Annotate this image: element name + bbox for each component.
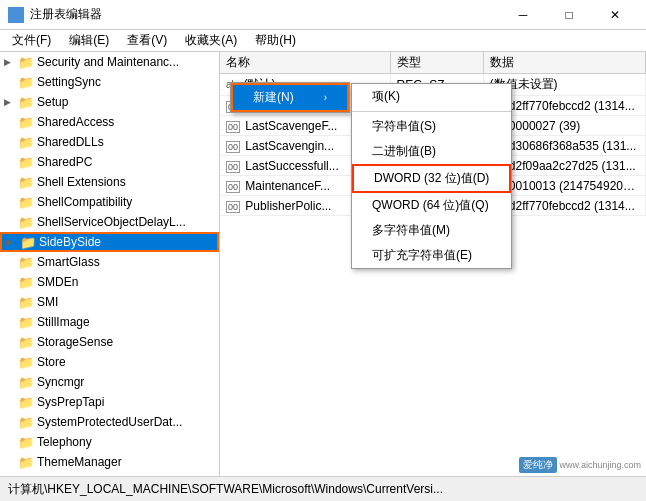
tree-label: SMDEn [37,275,78,289]
type-icon-dw: 00 [226,121,240,133]
tree-item-smden[interactable]: 📁 SMDEn [0,272,219,292]
folder-icon: 📁 [18,115,34,129]
new-label: 新建(N) [253,89,294,106]
submenu-item-dword[interactable]: DWORD (32 位)值(D) [352,164,511,193]
submenu-item-binary[interactable]: 二进制值(B) [352,139,511,164]
window-title: 注册表编辑器 [30,6,500,23]
folder-icon: 📁 [18,195,34,209]
col-header-type: 类型 [390,52,483,74]
context-menu-new[interactable]: 新建(N) › [231,83,349,112]
tree-item-shell-extensions[interactable]: 📁 Shell Extensions [0,172,219,192]
menu-file[interactable]: 文件(F) [4,30,59,51]
tree-item-setup[interactable]: ▶ 📁 Setup [0,92,219,112]
tree-label: SharedPC [37,155,92,169]
folder-icon: 📁 [18,415,34,429]
context-menu-overlay: 新建(N) › 项(K) 字符串值(S) 二进制值(B) DWORD (32 位… [230,82,350,113]
tree-item-systemprotected[interactable]: 📁 SystemProtectedUserDat... [0,412,219,432]
tree-label: Security and Maintenanc... [37,55,179,69]
tree-item-syspreptapi[interactable]: 📁 SysPrepTapi [0,392,219,412]
type-icon-dw: 00 [226,141,240,153]
tree-item-storagesense[interactable]: 📁 StorageSense [0,332,219,352]
submenu-item-project[interactable]: 项(K) [352,84,511,109]
tree-item-sidebyside[interactable]: ▶ 📁 SideBySide [0,232,219,252]
folder-icon: 📁 [18,215,34,229]
tree-label: ThemeManager [37,455,122,469]
context-menu[interactable]: 新建(N) › 项(K) 字符串值(S) 二进制值(B) DWORD (32 位… [230,82,350,113]
svg-rect-2 [10,16,15,21]
tree-item-thememanager[interactable]: 📁 ThemeManager [0,452,219,472]
tree-item-security[interactable]: ▶ 📁 Security and Maintenanc... [0,52,219,72]
svg-rect-3 [17,16,22,21]
menu-view[interactable]: 查看(V) [119,30,175,51]
menu-bar: 文件(F) 编辑(E) 查看(V) 收藏夹(A) 帮助(H) [0,30,646,52]
folder-icon: 📁 [18,435,34,449]
svg-rect-1 [17,9,22,14]
tree-label: SmartGlass [37,255,100,269]
tree-item-settingsync[interactable]: 📁 SettingSync [0,72,219,92]
tree-item-shareddlls[interactable]: 📁 SharedDLLs [0,132,219,152]
tree-label: Store [37,355,66,369]
folder-icon: 📁 [18,315,34,329]
submenu-container: 项(K) 字符串值(S) 二进制值(B) DWORD (32 位)值(D) QW… [351,83,512,269]
type-icon-dw: 00 [226,161,240,173]
app-icon [8,7,24,23]
watermark-logo: 爱纯净 [519,457,557,473]
submenu-item-qword[interactable]: QWORD (64 位)值(Q) [352,193,511,218]
tree-item-shellcompat[interactable]: 📁 ShellCompatibility [0,192,219,212]
tree-item-telephony[interactable]: 📁 Telephony [0,432,219,452]
minimize-button[interactable]: ─ [500,0,546,30]
folder-icon: 📁 [18,395,34,409]
tree-label: SharedDLLs [37,135,104,149]
tree-panel[interactable]: ▶ 📁 Security and Maintenanc... 📁 Setting… [0,52,220,476]
type-icon-dw: 00 [226,201,240,213]
tree-label: SharedAccess [37,115,114,129]
tree-label: Shell Extensions [37,175,126,189]
close-button[interactable]: ✕ [592,0,638,30]
watermark: 爱纯净 www.aichunjing.com [519,457,641,473]
folder-icon: 📁 [18,155,34,169]
folder-icon: 📁 [18,95,34,109]
tree-item-syncmgr[interactable]: 📁 Syncmgr [0,372,219,392]
folder-icon: 📁 [18,355,34,369]
tree-item-stillimage[interactable]: 📁 StillImage [0,312,219,332]
maximize-button[interactable]: □ [546,0,592,30]
col-header-name: 名称 [220,52,390,74]
folder-icon: 📁 [18,255,34,269]
menu-help[interactable]: 帮助(H) [247,30,304,51]
tree-label: SystemProtectedUserDat... [37,415,182,429]
folder-icon: 📁 [18,455,34,469]
tree-item-sharedpc[interactable]: 📁 SharedPC [0,152,219,172]
tree-label: SettingSync [37,75,101,89]
tree-label: Syncmgr [37,375,84,389]
right-panel: 名称 类型 数据 ab (默认) REG_SZ (数值未设置) [220,52,646,476]
submenu[interactable]: 项(K) 字符串值(S) 二进制值(B) DWORD (32 位)值(D) QW… [351,83,512,269]
folder-icon: 📁 [18,135,34,149]
submenu-item-multistring[interactable]: 多字符串值(M) [352,218,511,243]
tree-item-sharedaccess[interactable]: 📁 SharedAccess [0,112,219,132]
tree-item-store[interactable]: 📁 Store [0,352,219,372]
status-text: 计算机\HKEY_LOCAL_MACHINE\SOFTWARE\Microsof… [8,481,443,498]
tree-arrow: ▶ [4,57,18,67]
submenu-item-expandstring[interactable]: 可扩充字符串值(E) [352,243,511,268]
tree-label: Telephony [37,435,92,449]
folder-icon: 📁 [18,375,34,389]
tree-item-smi[interactable]: 📁 SMI [0,292,219,312]
folder-icon: 📁 [18,55,34,69]
folder-icon: 📁 [20,235,36,249]
tree-arrow: ▶ [4,97,18,107]
menu-favorites[interactable]: 收藏夹(A) [177,30,245,51]
tree-item-shellservice[interactable]: 📁 ShellServiceObjectDelayL... [0,212,219,232]
menu-separator [352,111,511,112]
submenu-item-string[interactable]: 字符串值(S) [352,114,511,139]
menu-edit[interactable]: 编辑(E) [61,30,117,51]
tree-label: SysPrepTapi [37,395,104,409]
col-header-data: 数据 [483,52,645,74]
title-bar: 注册表编辑器 ─ □ ✕ [0,0,646,30]
tree-item-smartglass[interactable]: 📁 SmartGlass [0,252,219,272]
tree-label: ShellServiceObjectDelayL... [37,215,186,229]
folder-icon: 📁 [18,335,34,349]
tree-label: Setup [37,95,68,109]
tree-arrow: ▶ [6,237,20,247]
tree-label: ShellCompatibility [37,195,132,209]
folder-icon: 📁 [18,175,34,189]
